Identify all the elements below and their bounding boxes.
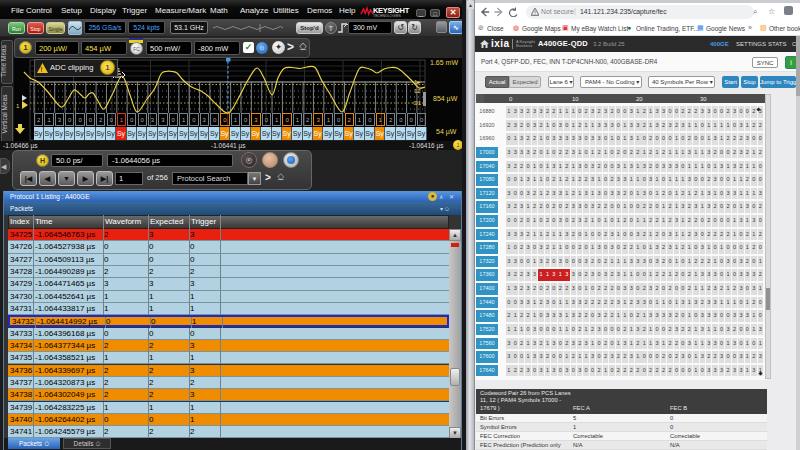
svg-text:!: !	[41, 66, 43, 73]
svg-text:12: 12	[414, 88, 421, 94]
svg-text:O1: O1	[413, 100, 422, 106]
svg-text:1▸: 1▸	[414, 79, 420, 85]
